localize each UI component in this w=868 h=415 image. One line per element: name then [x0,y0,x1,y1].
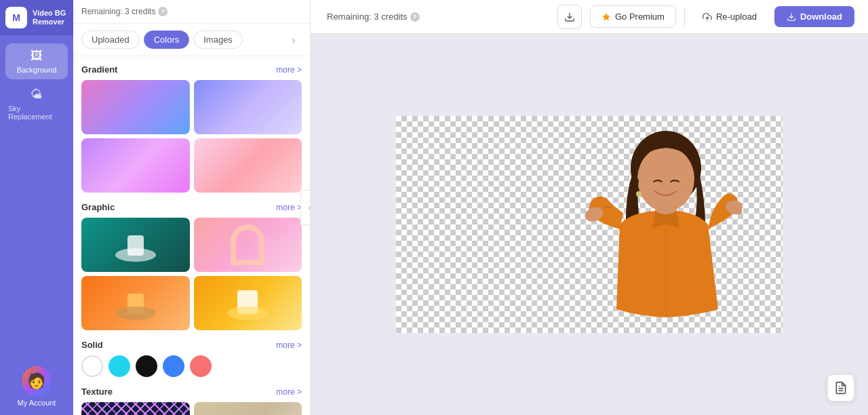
background-icon: 🖼 [31,49,43,63]
texture-thumb-1[interactable] [81,402,190,415]
download-label: Download [800,12,842,22]
graphic-more-link[interactable]: more > [276,203,302,212]
svg-marker-1 [602,13,610,20]
texture-grid [81,402,302,415]
download-button[interactable]: Download [774,6,854,27]
panel-content: Gradient more > Graphic more > [73,56,310,415]
main-area: Remaining: 3 credits ? Go Premium Re-upl… [311,0,868,415]
app-title-line1: Video BG [33,9,66,17]
gradient-more-link[interactable]: more > [276,65,302,75]
texture-section-header: Texture more > [81,387,302,397]
swatch-blue[interactable] [163,355,184,377]
texture-title: Texture [81,387,113,397]
canvas-area [311,34,868,415]
gradient-section-header: Gradient more > [81,64,302,75]
panel-collapse-toggle[interactable]: ‹ [300,190,311,225]
go-premium-button[interactable]: Go Premium [590,5,676,28]
graphic-section-header: Graphic more > [81,202,302,212]
tabs-row: Uploaded Colors Images › [73,24,310,56]
remaining-text: Remaining: 3 credits ? [81,7,167,16]
swatch-red[interactable] [190,355,212,377]
topbar-remaining-text: Remaining: 3 credits [327,12,408,22]
svg-point-9 [636,191,642,197]
sky-icon: 🌤 [31,87,43,102]
swatch-cyan[interactable] [108,355,130,377]
app-title: Video BG Remover [33,9,66,26]
panel-top-bar: Remaining: 3 credits ? [73,0,310,24]
sidebar-nav: 🖼 Background 🌤 Sky Replacement [0,43,73,358]
sidebar-bottom: 🧑 My Account [18,358,56,415]
solid-section-header: Solid more > [81,340,302,350]
solid-colors [81,355,302,377]
topbar-help-icon[interactable]: ? [410,12,420,22]
app-title-line2: Remover [33,18,64,26]
graphic-thumb-1[interactable] [81,218,190,272]
graphic-title: Graphic [81,202,115,212]
app-logo: M [5,7,27,28]
help-icon[interactable]: ? [158,7,167,16]
topbar: Remaining: 3 credits ? Go Premium Re-upl… [311,0,868,34]
remaining-credits: Remaining: 3 credits [81,7,155,16]
sidebar-header: M Video BG Remover [0,0,73,35]
topbar-divider [684,7,685,26]
topbar-remaining: Remaining: 3 credits ? [324,12,420,22]
reupload-label: Re-upload [716,12,757,22]
tabs-chevron-right[interactable]: › [285,32,302,48]
graphic-thumb-3[interactable] [81,276,190,330]
avatar[interactable]: 🧑 [22,366,52,396]
sidebar-item-sky-label: Sky Replacement [8,104,65,121]
go-premium-label: Go Premium [615,12,665,22]
gradient-thumb-1[interactable] [81,80,190,134]
my-account-label: My Account [18,399,56,407]
graphic-thumb-2[interactable] [194,218,302,272]
solid-more-link[interactable]: more > [276,340,302,350]
save-icon-button[interactable] [557,5,582,29]
tab-images[interactable]: Images [193,31,243,49]
sidebar-item-background-label: Background [17,66,57,74]
svg-point-5 [637,146,694,212]
sidebar-item-background[interactable]: 🖼 Background [5,43,68,79]
gradient-thumb-2[interactable] [194,80,302,134]
gradient-thumb-3[interactable] [81,138,190,193]
sidebar: M Video BG Remover 🖼 Background 🌤 Sky Re… [0,0,73,415]
avatar-emoji: 🧑 [27,372,45,390]
graphic-thumb-4[interactable] [194,276,302,330]
feedback-button[interactable] [827,374,854,401]
panel: Remaining: 3 credits ? Uploaded Colors I… [73,0,311,415]
tab-colors[interactable]: Colors [144,31,190,49]
gradient-title: Gradient [81,64,117,75]
texture-thumb-2[interactable] [194,402,302,415]
solid-title: Solid [81,340,103,350]
image-preview [396,116,783,333]
person-figure [566,119,742,333]
logo-text: M [12,12,20,23]
gradient-grid [81,80,302,193]
swatch-black[interactable] [136,355,157,377]
sidebar-item-sky-replacement[interactable]: 🌤 Sky Replacement [5,82,68,126]
reupload-button[interactable]: Re-upload [693,6,766,27]
swatch-white[interactable] [81,355,103,377]
tab-uploaded[interactable]: Uploaded [81,31,140,49]
gradient-thumb-4[interactable] [194,138,302,193]
graphic-grid [81,218,302,330]
texture-more-link[interactable]: more > [276,387,302,397]
